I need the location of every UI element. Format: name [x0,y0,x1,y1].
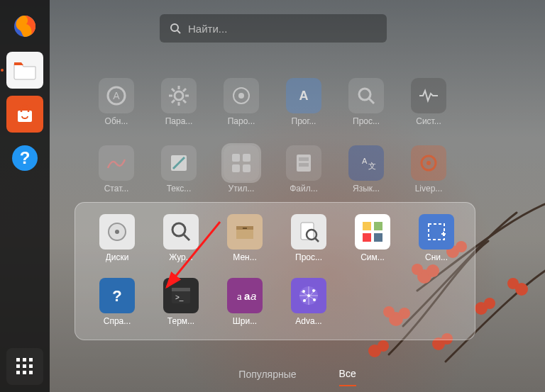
utilities-folder-popup: Диски Жур... Мен... Прос... Сим... Сни..… [75,202,475,340]
language-icon: A文 [348,145,384,181]
software-icon: A [286,78,321,113]
app-advanced-network[interactable]: Adva... [280,278,338,339]
app-label: Сни... [425,252,448,262]
svg-rect-35 [232,164,240,172]
svg-point-93 [313,298,316,301]
svg-point-90 [312,289,315,292]
gear-icon [161,78,197,113]
svg-text:文: 文 [368,162,376,170]
app-archive-manager[interactable]: Мен... [216,214,274,275]
svg-text:a: a [237,291,242,302]
dock-help[interactable]: ? [6,140,43,177]
app-system-monitor[interactable]: Сист... [397,78,460,145]
search-bar[interactable] [160,14,387,43]
fonts-icon: aaa [227,278,263,313]
svg-point-89 [302,290,305,293]
svg-text:A: A [113,90,120,101]
app-help[interactable]: ? Спра... [88,278,146,339]
doc-magnifier-icon [291,214,326,250]
svg-text:a: a [251,290,256,302]
app-characters[interactable]: Сим... [343,214,402,275]
terminal-icon: >_ [163,278,199,313]
svg-line-24 [183,89,186,91]
svg-text:?: ? [20,148,31,167]
updater-icon: A [99,78,134,113]
dock-software[interactable] [6,96,43,133]
svg-rect-38 [299,157,309,161]
monitor-icon [411,78,446,113]
search-icon [170,23,181,34]
dock-files[interactable] [6,52,43,89]
svg-rect-11 [23,371,26,374]
app-label: Стат... [104,184,129,194]
svg-rect-1 [18,111,32,122]
app-logs[interactable]: Жур... [152,214,210,275]
app-disks[interactable]: Диски [88,214,146,275]
svg-line-14 [177,30,180,33]
stats-icon [99,145,134,181]
app-label: Жур... [169,252,193,262]
help-icon: ? [99,278,135,313]
app-label: Обн... [105,116,128,126]
app-label: Прог... [292,116,316,126]
app-label: Livep... [415,184,443,194]
app-screenshot[interactable]: Сни... [407,214,466,275]
firefox-icon [11,12,39,40]
app-document-viewer[interactable]: Прос... [335,78,397,145]
search-input[interactable] [188,23,377,35]
tab-all[interactable]: Все [339,368,356,386]
app-label: Прос... [295,252,322,262]
dock-firefox[interactable] [6,8,43,45]
folder-icon [13,60,37,81]
app-software-updater[interactable]: A Обн... [85,78,148,145]
svg-rect-5 [23,358,26,362]
app-label: Файл... [290,184,318,194]
tab-popular[interactable]: Популярные [238,369,296,386]
svg-text:a: a [244,290,251,302]
svg-text:A: A [362,157,368,165]
svg-text:?: ? [112,287,121,305]
app-label: Прос... [353,116,380,126]
svg-line-23 [183,100,186,103]
logs-icon [163,214,199,250]
svg-rect-72 [363,233,371,242]
svg-text:>_: >_ [175,293,184,301]
folder-group-icon [224,145,259,181]
help-icon: ? [10,143,40,173]
svg-rect-7 [16,364,20,368]
app-label: Диски [106,252,129,262]
svg-text:A: A [299,89,309,103]
magnifier-icon [348,78,384,113]
svg-rect-10 [16,371,20,374]
app-fonts[interactable]: aaa Шри... [216,278,274,339]
livepatch-icon [411,145,446,181]
svg-rect-8 [23,364,26,368]
app-terminal[interactable]: >_ Терм... [152,278,210,339]
view-tabs: Популярные Все [50,362,545,392]
svg-point-62 [172,223,185,236]
app-font-viewer[interactable]: Прос... [280,214,338,275]
app-label: Adva... [295,316,321,326]
show-applications-button[interactable] [6,348,43,385]
svg-rect-34 [243,154,251,162]
grid-icon [15,357,35,376]
shopping-bag-icon [14,103,35,125]
app-label: Пара... [165,116,193,126]
app-settings[interactable]: Пара... [148,78,210,145]
app-software-center[interactable]: A Прог... [272,78,335,145]
cabinet-icon [286,145,321,181]
svg-rect-6 [29,358,33,362]
dock: ? [0,0,50,392]
svg-point-43 [426,161,431,165]
app-label: Сим... [360,252,385,262]
svg-rect-39 [299,163,309,167]
app-passwords[interactable]: Паро... [210,78,272,145]
svg-line-25 [172,100,175,103]
network-icon [291,278,326,313]
applications-grid: A Обн... Пара... Паро... A Прог... Прос.… [85,78,531,213]
app-label: Терм... [167,316,194,326]
app-label: Утил... [229,184,255,194]
svg-point-13 [171,24,178,31]
svg-point-27 [238,93,244,99]
editor-icon [161,145,197,181]
